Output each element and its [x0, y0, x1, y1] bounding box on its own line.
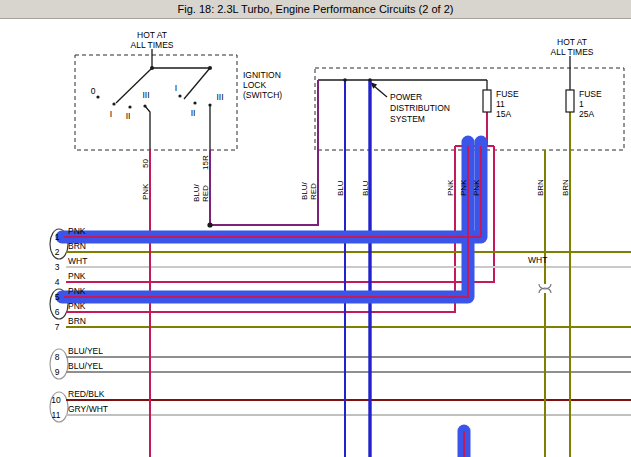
contact-dot — [112, 102, 115, 105]
blu-red-junction-dot — [207, 222, 212, 227]
ignition-switch-box — [75, 55, 237, 150]
row-wire-label: PNK — [68, 301, 86, 311]
wire-pnk-row5-highlighted[interactable] — [64, 146, 468, 297]
highlight-trace-row5[interactable] — [62, 142, 468, 297]
switch-pos-0: 0 — [91, 86, 96, 96]
wire-pnk-row1-highlighted[interactable] — [64, 146, 481, 237]
pole-a-pivot-dot — [150, 66, 154, 70]
switch-pos-b2: II — [191, 108, 196, 118]
wire-color-label-pnk-c: PNK — [472, 179, 481, 196]
fuse11-name: FUSE — [496, 89, 519, 99]
pin-number: 8 — [55, 352, 60, 362]
contact-dot — [143, 104, 146, 107]
terminal-15r-label: 15R — [201, 155, 210, 170]
row-wire-label: BRN — [68, 316, 86, 326]
figure-title-bar: Fig. 18: 2.3L Turbo, Engine Performance … — [0, 0, 631, 19]
wire-color-label-blured-a2: RED — [201, 185, 210, 202]
switch-pos-2: II — [126, 111, 131, 121]
wire-color-label-pnk50: PNK — [141, 183, 150, 200]
switch-pos-1: I — [110, 109, 112, 119]
pole-b-pivot-dot — [208, 66, 212, 70]
pds-arrow-line — [374, 86, 387, 97]
contact-dot — [96, 95, 99, 98]
pin-number: 11 — [52, 410, 61, 420]
fuse11-number: 11 — [496, 99, 505, 109]
pin-number: 5 — [55, 292, 60, 302]
switch-pos-3: III — [142, 90, 149, 100]
wht-right-label: WHT — [528, 255, 547, 265]
terminal-50-label: 50 — [141, 159, 150, 168]
contact-dot — [178, 94, 181, 97]
wire-color-label-brn-a: BRN — [536, 179, 545, 196]
fuse1-rating: 25A — [579, 109, 594, 119]
switch-pos-b3: III — [216, 92, 223, 102]
pin-number: 2 — [55, 247, 60, 257]
pin-number: 7 — [55, 322, 60, 332]
bus-junction-dot — [343, 78, 347, 82]
row-wire-label: BRN — [68, 241, 86, 251]
fuse11-rating: 15A — [496, 109, 511, 119]
wire-color-label-blured-a1: BLU/ — [192, 183, 201, 202]
hot-at-label-left-1: HOT AT — [137, 30, 167, 40]
fuse1-number: 1 — [579, 99, 584, 109]
pds-label-1: POWER — [390, 92, 422, 102]
fuse-1-symbol[interactable] — [566, 90, 574, 112]
ignition-label-1: IGNITION — [243, 70, 281, 80]
contact-dot — [128, 105, 131, 108]
fuse-11-symbol[interactable] — [483, 90, 491, 112]
wire-color-label-blu-a: BLU — [336, 180, 345, 196]
hot-at-label-right-2: ALL TIMES — [551, 47, 594, 57]
bus-junction-dot — [368, 78, 372, 82]
row-wire-label: BLU/YEL — [68, 361, 103, 371]
wire-color-label-pnk-a: PNK — [446, 179, 455, 196]
wire-color-label-blured-b2: RED — [309, 183, 318, 200]
figure-title: Fig. 18: 2.3L Turbo, Engine Performance … — [178, 3, 454, 15]
row-wire-label: BLU/YEL — [68, 346, 103, 356]
pin-number: 3 — [55, 262, 60, 272]
wire-pnk-row4[interactable] — [66, 146, 494, 282]
switch-pos-b1: I — [175, 83, 177, 93]
row-wire-label: PNK — [68, 286, 86, 296]
wire-color-label-blu-b: BLU — [361, 180, 370, 196]
wire-color-label-blured-b1: BLU/ — [300, 181, 309, 200]
row-wire-label: PNK — [68, 271, 86, 281]
wire-blu-red-pds[interactable] — [210, 80, 318, 225]
pin-number: 1 — [55, 232, 60, 242]
wire-color-label-pnk-b: PNK — [459, 179, 468, 196]
row-wire-label: PNK — [68, 226, 86, 236]
highlight-trace-row1[interactable] — [62, 142, 481, 237]
ignition-label-3: (SWITCH) — [243, 90, 282, 100]
pole-a-output — [145, 106, 150, 150]
wiring-diagram-canvas: HOT AT ALL TIMES IGNITION LOCK (SWITCH) … — [0, 0, 631, 457]
pin-number: 10 — [51, 395, 61, 405]
row-wire-label: GRY/WHT — [68, 404, 108, 414]
contact-dot — [193, 101, 196, 104]
ignition-label-2: LOCK — [243, 80, 266, 90]
wire-pnk-row6[interactable] — [66, 146, 455, 312]
pin-number: 4 — [55, 277, 60, 287]
hot-at-label-left-2: ALL TIMES — [131, 40, 174, 50]
pole-b-wiper — [184, 68, 210, 99]
row-wire-label: WHT — [68, 256, 87, 266]
pin-number: 9 — [55, 367, 60, 377]
hot-at-label-right-1: HOT AT — [557, 37, 587, 47]
fuse1-name: FUSE — [579, 89, 602, 99]
wire-color-label-brn-b: BRN — [561, 179, 570, 196]
ignition-switch-symbol[interactable] — [96, 49, 212, 150]
contact-dot — [208, 103, 211, 106]
diagram-viewer: HOT AT ALL TIMES IGNITION LOCK (SWITCH) … — [0, 0, 631, 457]
pin-number: 6 — [55, 307, 60, 317]
pds-label-2: DISTRIBUTION — [390, 103, 450, 113]
pds-label-3: SYSTEM — [390, 114, 425, 124]
row-wire-label: RED/BLK — [68, 389, 105, 399]
